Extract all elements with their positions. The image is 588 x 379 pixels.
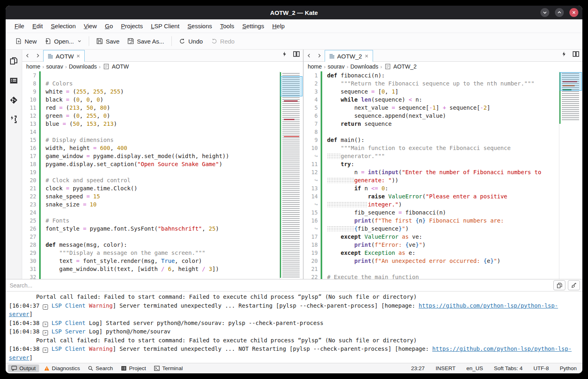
menu-go[interactable]: Go: [101, 21, 117, 31]
line-number: 12: [304, 168, 321, 176]
close-button[interactable]: [569, 8, 578, 17]
statusbar-diagnostics-label: Diagnostics: [52, 365, 80, 371]
line-number: 13: [304, 184, 321, 192]
line-number: 19: [22, 168, 39, 176]
statusbar-terminal-button[interactable]: Terminal: [151, 364, 186, 372]
redo-button[interactable]: Redo: [207, 35, 239, 47]
breadcrumb-item[interactable]: Downloads: [69, 63, 97, 70]
title-bar[interactable]: AOTW_2 — Kate: [6, 6, 582, 19]
nav-forward-button[interactable]: [314, 50, 325, 61]
tab-label: AOTW_2: [337, 53, 362, 60]
statusbar-diagnostics-button[interactable]: Diagnostics: [41, 364, 83, 372]
wrap-marker: ↪: [304, 176, 321, 184]
open-button[interactable]: Open...: [41, 35, 85, 47]
line-number: 16: [304, 217, 321, 225]
output-search-row: [6, 279, 582, 292]
tab-aotw[interactable]: AOTW: [43, 50, 85, 62]
line-number: 9: [304, 136, 321, 144]
minimap-scrollbar[interactable]: [279, 71, 303, 279]
code-line: 31 game_window.blit(text, [width / 6, he…: [22, 265, 279, 273]
menu-edit[interactable]: Edit: [28, 21, 47, 31]
menu-projects[interactable]: Projects: [117, 21, 147, 31]
menu-sessions[interactable]: Sessions: [183, 21, 216, 31]
input-mode[interactable]: INSERT: [436, 365, 455, 371]
code-line: 9white = (255, 255, 255): [22, 87, 279, 96]
line-number: 3: [304, 87, 321, 96]
log-line: [16:04:38 > LSP Server Log] python@/home…: [9, 327, 578, 336]
breadcrumb-item[interactable]: home: [26, 63, 40, 70]
syntax-mode[interactable]: Python: [560, 365, 577, 371]
line-number: 21: [22, 184, 39, 192]
nav-back-button[interactable]: [304, 50, 314, 61]
nav-forward-button[interactable]: [33, 50, 43, 61]
log-line: Portal call failed: Failed to start comm…: [9, 336, 578, 345]
line-number: 10: [304, 144, 321, 152]
menu-tools[interactable]: Tools: [216, 21, 238, 31]
menu-lsp-client[interactable]: LSP Client: [147, 21, 183, 31]
chevron-up-icon: [557, 10, 562, 15]
breadcrumb-item[interactable]: AOTW: [112, 63, 129, 70]
statusbar-output-button[interactable]: Output: [8, 364, 39, 372]
code-area[interactable]: 1def fibonacci(n):2 """Return the Fibona…: [304, 71, 559, 279]
chevron-right-icon: ›: [346, 64, 348, 70]
open-document-icon: [45, 38, 51, 44]
minimize-button[interactable]: [540, 8, 549, 17]
code-line: 21: [304, 265, 559, 273]
tab-settings[interactable]: Soft Tabs: 4: [494, 365, 523, 371]
split-view-icon[interactable]: [293, 51, 300, 57]
menu-file[interactable]: File: [10, 21, 28, 31]
editor-view[interactable]: 78# Colors9white = (255, 255, 255)10blac…: [22, 71, 303, 279]
breadcrumb-item[interactable]: AOTW_2: [393, 63, 417, 70]
quick-open-bolt-icon[interactable]: [282, 51, 287, 57]
tab-close-icon[interactable]: [365, 54, 369, 58]
filesystem-browser-icon[interactable]: [8, 75, 19, 86]
dictionary[interactable]: en_US: [466, 365, 483, 371]
menu-help[interactable]: Help: [268, 21, 289, 31]
git-icon[interactable]: [8, 95, 19, 105]
save-button[interactable]: Save: [92, 35, 123, 47]
chevron-right-icon: ›: [380, 64, 382, 70]
breadcrumb-item[interactable]: sourav: [46, 63, 63, 70]
terminal-icon: [154, 366, 160, 371]
code-area[interactable]: 78# Colors9white = (255, 255, 255)10blac…: [22, 71, 279, 279]
documents-icon[interactable]: [8, 56, 19, 67]
editor-view[interactable]: 1def fibonacci(n):2 """Return the Fibona…: [304, 71, 582, 279]
breadcrumb-item[interactable]: sourav: [327, 63, 344, 70]
new-label: New: [25, 38, 37, 45]
statusbar-search-button[interactable]: Search: [85, 364, 116, 372]
quick-open-bolt-icon[interactable]: [561, 51, 566, 57]
encoding[interactable]: UTF-8: [534, 365, 549, 371]
new-button[interactable]: New: [11, 35, 41, 47]
output-log[interactable]: Portal call failed: Failed to start comm…: [6, 292, 582, 363]
undo-button[interactable]: Undo: [175, 35, 207, 47]
statusbar-project-button[interactable]: Project: [118, 364, 149, 372]
breadcrumb-item[interactable]: Downloads: [350, 63, 378, 70]
line-number: 31: [22, 265, 39, 273]
menu-settings[interactable]: Settings: [238, 21, 268, 31]
code-line: 17game_window = pygame.display.set_mode(…: [22, 152, 279, 160]
minimap-scrollbar[interactable]: [559, 71, 582, 279]
code-line: 27: [22, 233, 279, 241]
magnifier-icon: [88, 366, 93, 371]
tab-aotw2[interactable]: AOTW_2: [325, 50, 373, 62]
line-number: 4: [304, 96, 321, 104]
minimap-viewport[interactable]: [560, 72, 582, 91]
save-as-icon: [127, 38, 134, 44]
save-as-button[interactable]: Save As...: [123, 35, 168, 47]
tab-close-icon[interactable]: [76, 54, 80, 58]
minimap-viewport[interactable]: [280, 76, 302, 96]
copy-button[interactable]: [553, 280, 565, 290]
search-input[interactable]: [6, 281, 551, 290]
clear-broom-icon: [571, 283, 577, 288]
lsp-symbols-icon[interactable]: [8, 114, 19, 125]
breadcrumb-item[interactable]: home: [308, 63, 322, 70]
nav-back-button[interactable]: [22, 50, 33, 61]
clear-output-button[interactable]: [568, 280, 580, 290]
menu-selection[interactable]: Selection: [47, 21, 80, 31]
menu-view[interactable]: View: [80, 21, 101, 31]
maximize-button[interactable]: [555, 8, 564, 17]
line-number: 26: [22, 225, 39, 233]
split-view-icon[interactable]: [573, 51, 579, 57]
code-line: 24: [22, 208, 279, 217]
cursor-position[interactable]: 23:27: [411, 365, 425, 371]
